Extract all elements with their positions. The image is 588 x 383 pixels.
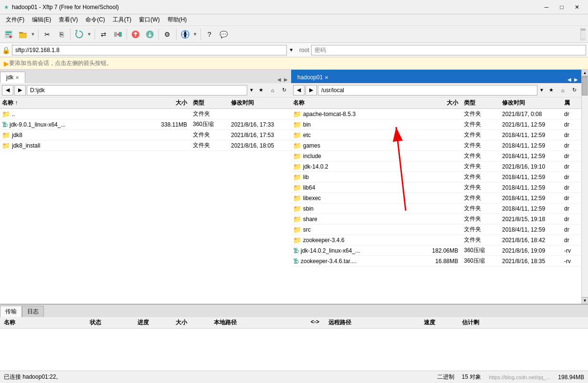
help-button[interactable]: ? <box>203 28 216 41</box>
left-bookmark-button[interactable]: ★ <box>256 85 266 96</box>
sync2-button[interactable] <box>111 28 125 41</box>
file-name: 📁jdk8_install <box>0 142 148 149</box>
menu-file[interactable]: 文件(F) <box>2 15 28 25</box>
left-file-row[interactable]: 📁.. 文件夹 <box>0 109 291 119</box>
menu-edit[interactable]: 编辑(E) <box>28 15 55 25</box>
left-file-list[interactable]: 📁.. 文件夹 🗜jdk-9.0.1_linux-x64_... 338.11M… <box>0 109 291 304</box>
file-type: 文件夹 <box>462 204 500 213</box>
right-file-row[interactable]: 📁src 文件夹 2018/4/11, 12:59 dr <box>291 224 581 235</box>
copy-button[interactable]: ⎘ <box>55 28 68 41</box>
right-refresh-button[interactable]: ↻ <box>569 85 579 96</box>
menu-view[interactable]: 查看(V) <box>55 15 82 25</box>
file-type: 文件夹 <box>462 225 500 234</box>
right-col-date[interactable]: 修改时间 <box>500 99 562 107</box>
right-home-button[interactable]: ⌂ <box>557 85 568 96</box>
right-file-row[interactable]: 🗜jdk-14.0.2_linux-x64_... 182.06MB 360压缩… <box>291 245 581 256</box>
settings-button[interactable]: ⚙ <box>161 28 174 41</box>
left-file-row[interactable]: 🗜jdk-9.0.1_linux-x64_... 338.11MB 360压缩 … <box>0 119 291 130</box>
file-date: 2021/8/16, 19:09 <box>500 247 562 254</box>
new-session-button[interactable] <box>2 28 15 41</box>
lock-icon: 🔒 <box>2 46 10 54</box>
left-col-date[interactable]: 修改时间 <box>229 99 291 107</box>
right-file-row[interactable]: 📁lib64 文件夹 2018/4/11, 12:59 dr <box>291 182 581 193</box>
password-input[interactable] <box>311 45 586 55</box>
right-tab-next[interactable]: ▶ <box>573 76 579 83</box>
upload-button[interactable] <box>129 28 142 41</box>
left-tab-prev[interactable]: ◀ <box>276 76 283 83</box>
left-tab-next[interactable]: ▶ <box>283 76 289 83</box>
transfer-tab-main[interactable]: 传输 <box>0 306 22 317</box>
globe-button[interactable] <box>178 28 192 41</box>
chat-button[interactable]: 💬 <box>217 28 231 41</box>
left-col-size[interactable]: 大小 <box>148 99 191 107</box>
sync-button[interactable]: ⇄ <box>97 28 110 41</box>
left-path-input[interactable] <box>27 85 247 96</box>
left-back-button[interactable]: ◀ <box>2 85 13 96</box>
right-file-row[interactable]: 📁libexec 文件夹 2018/4/11, 12:59 dr <box>291 193 581 203</box>
right-tab-label: hadoop01 <box>297 74 323 81</box>
menu-command[interactable]: 命令(C) <box>82 15 109 25</box>
right-scrollbar[interactable]: ▲ ▼ <box>581 70 588 304</box>
left-file-row[interactable]: 📁jdk8_install 文件夹 2021/8/16, 18:05 <box>0 140 291 151</box>
right-tab-close[interactable]: ✕ <box>325 75 328 80</box>
right-file-row[interactable]: 📁bin 文件夹 2021/8/11, 12:59 dr <box>291 119 581 130</box>
right-file-row[interactable]: 📁sbin 文件夹 2018/4/11, 12:59 dr <box>291 203 581 214</box>
right-col-type[interactable]: 类型 <box>462 99 500 107</box>
left-forward-button[interactable]: ▶ <box>14 85 26 96</box>
left-col-name[interactable]: 名称 ↑ <box>0 99 148 107</box>
right-bookmark-button[interactable]: ★ <box>546 85 556 96</box>
right-col-attr[interactable]: 属 <box>562 99 581 107</box>
right-file-row[interactable]: 📁share 文件夹 2021/8/15, 19:18 dr <box>291 214 581 224</box>
file-attr: dr <box>562 121 581 128</box>
right-file-row[interactable]: 📁lib 文件夹 2018/4/11, 12:59 dr <box>291 172 581 182</box>
menu-help[interactable]: 帮助(H) <box>164 15 191 25</box>
transfer-area: 传输 日志 名称 状态 进度 大小 本地路径 <-> 远程路径 速度 估计剩 <box>0 304 588 371</box>
file-date: 2021/8/17, 0:08 <box>500 111 562 117</box>
file-name: 📁lib64 <box>291 184 419 192</box>
right-file-row[interactable]: 📁games 文件夹 2018/4/11, 12:59 dr <box>291 140 581 151</box>
menu-window[interactable]: 窗口(W) <box>135 15 163 25</box>
open-button[interactable] <box>16 28 30 41</box>
right-file-row[interactable]: 📁zookeeper-3.4.6 文件夹 2021/8/16, 18:42 dr <box>291 235 581 245</box>
cut-button[interactable]: ✂ <box>41 28 54 41</box>
left-refresh-button[interactable]: ↻ <box>279 85 289 96</box>
minimize-button[interactable]: ─ <box>539 2 554 12</box>
left-file-row[interactable]: 📁jdk8 文件夹 2021/8/16, 17:53 <box>0 130 291 140</box>
download-button[interactable] <box>143 28 157 41</box>
info-bar: ▶ 要添加当前会话，点击左侧的箭头按钮。 <box>0 57 588 70</box>
right-file-row[interactable]: 📁etc 文件夹 2018/4/11, 12:59 dr <box>291 130 581 140</box>
transfer-content <box>0 329 588 371</box>
file-type: 文件夹 <box>462 173 500 181</box>
binary-mode: 二进制 <box>437 373 454 381</box>
file-name: 📁jdk-14.0.2 <box>291 163 419 170</box>
left-tab-close[interactable]: ✕ <box>15 75 19 80</box>
left-home-button[interactable]: ⌂ <box>267 85 278 96</box>
refresh-button[interactable] <box>73 28 86 41</box>
address-input[interactable] <box>12 45 287 55</box>
menu-tools[interactable]: 工具(T) <box>109 15 135 25</box>
address-dropdown[interactable]: ▼ <box>289 47 294 53</box>
close-button[interactable]: ✕ <box>570 2 584 12</box>
right-tab-prev[interactable]: ◀ <box>566 76 573 83</box>
right-file-row[interactable]: 📁include 文件夹 2018/4/11, 12:59 dr <box>291 151 581 161</box>
left-tab-jdk[interactable]: jdk ✕ <box>0 72 25 83</box>
right-path-input[interactable] <box>318 85 537 96</box>
right-file-row[interactable]: 📁jdk-14.0.2 文件夹 2021/8/16, 19:10 dr <box>291 161 581 172</box>
right-file-row[interactable]: 📁apache-tomcat-8.5.3 文件夹 2021/8/17, 0:08… <box>291 109 581 119</box>
file-date: 2021/8/16, 18:35 <box>500 258 562 265</box>
transfer-tab-log[interactable]: 日志 <box>22 306 44 317</box>
right-forward-button[interactable]: ▶ <box>305 85 317 96</box>
left-path-dropdown[interactable]: ▼ <box>248 87 255 93</box>
maximize-button[interactable]: □ <box>555 2 569 12</box>
right-col-size[interactable]: 大小 <box>419 99 462 107</box>
right-col-name[interactable]: 名称 <box>291 99 419 107</box>
window-title: hadoop01 - Xftp 7 (Free for Home/School) <box>12 4 119 11</box>
left-col-type[interactable]: 类型 <box>191 99 229 107</box>
file-name: 📁etc <box>291 131 419 139</box>
file-attr: dr <box>562 216 581 223</box>
right-path-dropdown[interactable]: ▼ <box>538 87 545 93</box>
right-file-list[interactable]: 📁apache-tomcat-8.5.3 文件夹 2021/8/17, 0:08… <box>291 109 581 304</box>
right-back-button[interactable]: ◀ <box>293 85 304 96</box>
right-file-row[interactable]: 🗜zookeeper-3.4.6.tar.... 16.88MB 360压缩 2… <box>291 256 581 266</box>
right-tab-hadoop01[interactable]: hadoop01 ✕ <box>291 72 335 83</box>
